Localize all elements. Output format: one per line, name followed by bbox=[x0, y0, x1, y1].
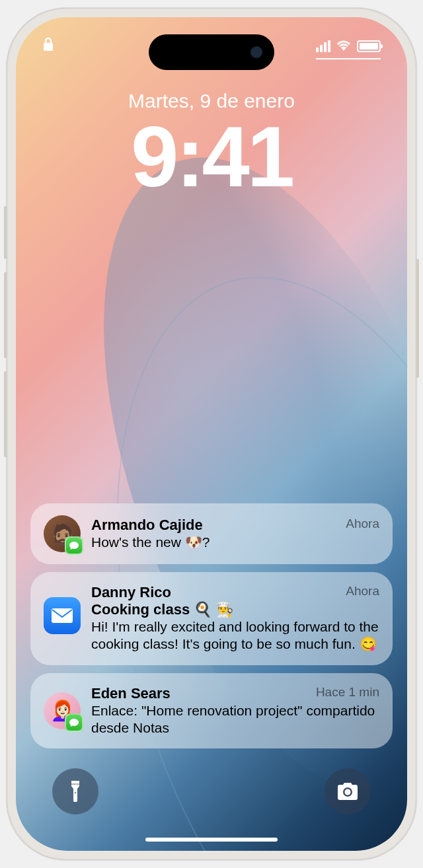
flashlight-button[interactable] bbox=[52, 768, 98, 814]
notification-sender: Eden Sears bbox=[91, 685, 171, 702]
notification-timestamp: Hace 1 min bbox=[316, 685, 379, 700]
svg-point-3 bbox=[75, 792, 77, 794]
svg-rect-0 bbox=[44, 43, 53, 51]
mail-app-icon bbox=[44, 597, 81, 634]
home-indicator[interactable] bbox=[145, 838, 278, 842]
lock-icon bbox=[42, 37, 54, 55]
messages-app-badge-icon bbox=[65, 536, 83, 555]
notification-item[interactable]: 👩🏻‍🦰 Eden Sears Hace 1 min Enlace: "Home… bbox=[30, 673, 393, 749]
svg-rect-1 bbox=[52, 608, 73, 623]
notification-timestamp: Ahora bbox=[346, 517, 379, 531]
power-button[interactable] bbox=[416, 259, 419, 378]
notification-sender: Armando Cajide bbox=[91, 517, 203, 534]
svg-point-5 bbox=[345, 789, 351, 795]
phone-frame: Martes, 9 de enero 9:41 🧔🏽 Armando Cajid bbox=[7, 8, 416, 860]
notification-subject: Cooking class 🍳 👨‍🍳 bbox=[91, 601, 379, 618]
sender-avatar: 🧔🏽 bbox=[44, 515, 81, 552]
cellular-signal-icon bbox=[316, 40, 330, 52]
front-camera bbox=[250, 46, 262, 58]
notification-body: How's the new 🐶? bbox=[91, 534, 379, 551]
camera-button[interactable] bbox=[325, 768, 371, 814]
notification-item[interactable]: Danny Rico Ahora Cooking class 🍳 👨‍🍳 Hi!… bbox=[30, 572, 393, 665]
notification-body: Hi! I'm really excited and looking forwa… bbox=[91, 618, 379, 653]
sender-avatar: 👩🏻‍🦰 bbox=[44, 692, 81, 729]
notification-body: Enlace: "Home renovation project" compar… bbox=[91, 702, 379, 737]
date-time-display: Martes, 9 de enero 9:41 bbox=[16, 90, 407, 206]
wifi-icon bbox=[336, 39, 352, 54]
notification-list: 🧔🏽 Armando Cajide Ahora How's the new 🐶? bbox=[16, 503, 407, 748]
messages-app-badge-icon bbox=[65, 713, 83, 732]
notification-item[interactable]: 🧔🏽 Armando Cajide Ahora How's the new 🐶? bbox=[30, 503, 393, 564]
dynamic-island[interactable] bbox=[149, 34, 274, 70]
battery-icon bbox=[357, 40, 381, 52]
notification-sender: Danny Rico bbox=[91, 584, 171, 601]
lock-screen[interactable]: Martes, 9 de enero 9:41 🧔🏽 Armando Cajid bbox=[16, 17, 407, 851]
svg-rect-2 bbox=[71, 783, 79, 785]
volume-down-button[interactable] bbox=[4, 371, 7, 457]
quick-actions bbox=[16, 768, 407, 814]
notification-timestamp: Ahora bbox=[346, 584, 379, 598]
time-label: 9:41 bbox=[16, 107, 407, 206]
